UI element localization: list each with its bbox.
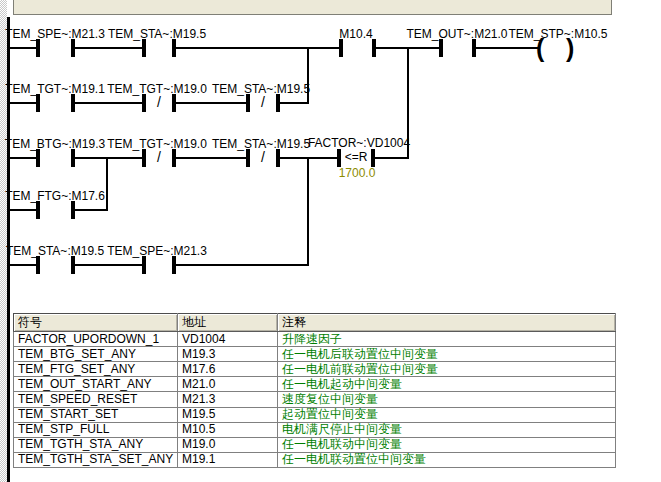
wire-h	[176, 102, 246, 104]
symbol-info-table: 符号 地址 注释 FACTOR_UPORDOWN_1 VD1004 升降速因子 …	[13, 313, 615, 468]
contact-bar	[439, 39, 443, 57]
contact-bar	[172, 94, 176, 112]
wire-h	[375, 157, 409, 159]
contact-tem-sta-nc[interactable]: /	[246, 149, 280, 167]
contact-bar	[339, 39, 343, 57]
wire-h	[176, 264, 309, 266]
comment-cell: 升降速因子	[278, 332, 616, 347]
symbol-cell: TEM_SPEED_RESET	[14, 392, 178, 407]
wire-h	[8, 47, 36, 49]
contact-bar	[172, 149, 176, 167]
comment-cell: 任一电机联动中间变量	[278, 437, 616, 452]
table-header-row: 符号 地址 注释	[14, 314, 616, 332]
contact-bar	[36, 256, 40, 274]
contact-tem-tgt-nc[interactable]: /	[142, 149, 176, 167]
comment-cell: 速度复位中间变量	[278, 392, 616, 407]
header-symbol[interactable]: 符号	[14, 314, 178, 332]
contact-tem-out-no[interactable]	[439, 39, 476, 57]
symbol-cell: TEM_TGTH_STA_SET_ANY	[14, 452, 178, 467]
wire-h	[476, 47, 538, 49]
contact-m10-4-no[interactable]	[339, 39, 376, 57]
contact-tem-btg-no[interactable]	[36, 149, 75, 167]
wire-h	[75, 157, 142, 159]
contact-bar	[71, 201, 75, 219]
editor-left-gutter	[0, 0, 7, 482]
symbol-cell: TEM_BTG_SET_ANY	[14, 347, 178, 362]
plc-ladder-editor: TEM_SPE~:M21.3 TEM_STA~:M19.5 M10.4 TEM_…	[0, 0, 661, 482]
contact-tem-spe-no[interactable]	[142, 256, 176, 274]
contact-bar	[142, 94, 146, 112]
wire-h	[8, 264, 36, 266]
branch-wire-v	[106, 157, 108, 211]
symbol-cell: TEM_START_SET	[14, 407, 178, 422]
contact-bar	[36, 149, 40, 167]
table-row: TEM_OUT_START_ANY M21.0 任一电机起动中间变量	[14, 377, 616, 392]
wire-h	[8, 102, 36, 104]
header-address[interactable]: 地址	[178, 314, 278, 332]
comment-cell: 电机满尺停止中间变量	[278, 422, 616, 437]
symbol-cell: FACTOR_UPORDOWN_1	[14, 332, 178, 347]
nc-slash: /	[157, 149, 161, 166]
contact-tem-ftg-no[interactable]	[36, 201, 75, 219]
table-row: TEM_SPEED_RESET M21.3 速度复位中间变量	[14, 392, 616, 407]
wire-h	[280, 102, 309, 104]
nc-slash: /	[261, 94, 265, 111]
compare-operand-value: 1700.0	[339, 167, 376, 180]
network-comment-box[interactable]	[13, 0, 612, 15]
address-cell: M21.3	[178, 392, 278, 407]
table-row: TEM_FTG_SET_ANY M17.6 任一电机前联动置位中间变量	[14, 362, 616, 377]
table-row: TEM_TGTH_STA_ANY M19.0 任一电机联动中间变量	[14, 437, 616, 452]
address-cell: M19.0	[178, 437, 278, 452]
contact-tem-spe-no[interactable]	[36, 39, 75, 57]
contact-bar	[71, 39, 75, 57]
contact-bar	[71, 256, 75, 274]
wire-h	[176, 157, 246, 159]
contact-bar	[276, 94, 280, 112]
table-row: FACTOR_UPORDOWN_1 VD1004 升降速因子	[14, 332, 616, 347]
symbol-cell: TEM_FTG_SET_ANY	[14, 362, 178, 377]
branch-wire-v	[307, 157, 309, 266]
header-comment[interactable]: 注释	[278, 314, 616, 332]
address-cell: M21.0	[178, 377, 278, 392]
wire-h	[8, 157, 36, 159]
contact-bar	[276, 149, 280, 167]
contact-bar	[472, 39, 476, 57]
table-row: TEM_START_SET M19.5 起动置位中间变量	[14, 407, 616, 422]
address-cell: M10.5	[178, 422, 278, 437]
contact-tem-tgt-nc[interactable]: /	[142, 94, 176, 112]
contact-tem-tgt-set-no[interactable]	[36, 94, 75, 112]
comment-cell: 任一电机前联动置位中间变量	[278, 362, 616, 377]
comment-cell: 任一电机后联动置位中间变量	[278, 347, 616, 362]
contact-tem-sta-no[interactable]	[142, 39, 176, 57]
nc-slash: /	[157, 94, 161, 111]
coil-paren-left: (	[536, 35, 544, 61]
contact-bar	[246, 94, 250, 112]
contact-tem-sta-nc[interactable]: /	[246, 94, 280, 112]
coil-label: TEM_STP~:M10.5	[508, 28, 607, 41]
contact-bar	[36, 201, 40, 219]
table-row: TEM_BTG_SET_ANY M19.3 任一电机后联动置位中间变量	[14, 347, 616, 362]
symbol-cell: TEM_OUT_START_ANY	[14, 377, 178, 392]
address-cell: VD1004	[178, 332, 278, 347]
symbol-cell: TEM_STP_FULL	[14, 422, 178, 437]
address-cell: M19.1	[178, 452, 278, 467]
comment-cell: 起动置位中间变量	[278, 407, 616, 422]
wire-h	[75, 102, 142, 104]
wire-h	[75, 264, 142, 266]
contact-tem-sta-no[interactable]	[36, 256, 75, 274]
comment-cell: 任一电机联动置位中间变量	[278, 452, 616, 467]
wire-h	[75, 47, 142, 49]
contact-bar	[142, 149, 146, 167]
table-row: TEM_STP_FULL M10.5 电机满尺停止中间变量	[14, 422, 616, 437]
contact-bar	[172, 39, 176, 57]
symbol-cell: TEM_TGTH_STA_ANY	[14, 437, 178, 452]
contact-bar	[172, 256, 176, 274]
contact-bar	[372, 39, 376, 57]
address-cell: M19.5	[178, 407, 278, 422]
contact-bar	[337, 149, 341, 167]
coil-paren-right: )	[566, 35, 574, 61]
contact-bar	[142, 256, 146, 274]
contact-bar	[71, 149, 75, 167]
wire-h	[75, 209, 108, 211]
nc-slash: /	[261, 149, 265, 166]
